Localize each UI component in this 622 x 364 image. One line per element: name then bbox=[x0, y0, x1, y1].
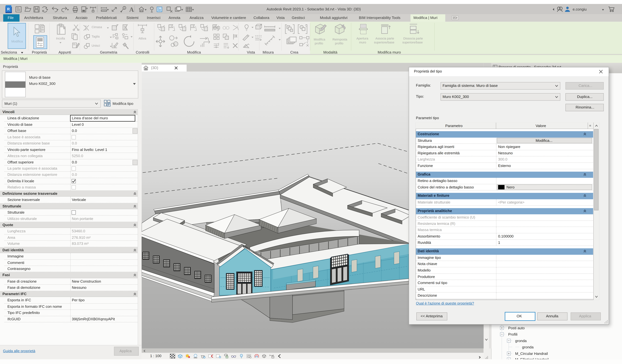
svg-text:R: R bbox=[7, 7, 10, 11]
svg-text:A: A bbox=[129, 6, 134, 13]
svg-text:1: 1 bbox=[124, 7, 125, 9]
